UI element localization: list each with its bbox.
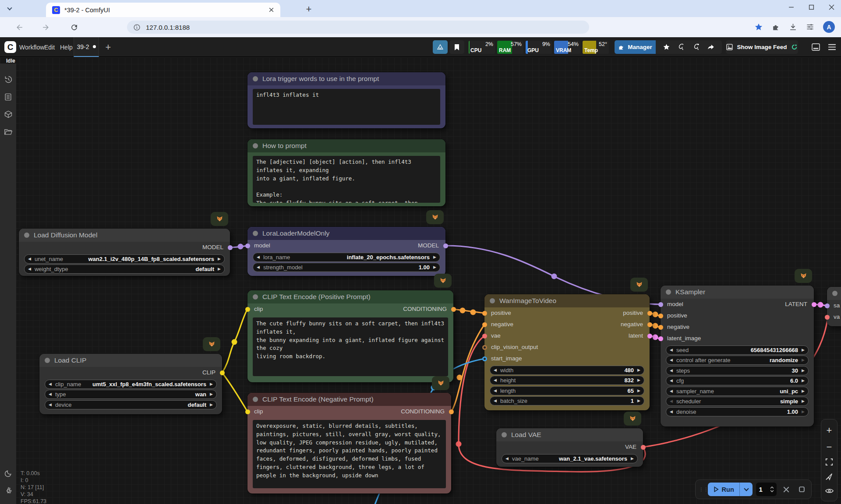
increment-arrow-icon[interactable]: ▶	[210, 403, 213, 407]
node-ksampler[interactable]: KSamplermodelLATENTpositivenegativelaten…	[661, 285, 814, 426]
widget-unet_name[interactable]: ◀unet_namewan2.1_i2v_480p_14B_fp8_scaled…	[24, 254, 225, 264]
decrement-icon[interactable]	[770, 490, 774, 492]
run-options-chevron-icon[interactable]	[739, 483, 753, 496]
widget-height[interactable]: ◀height832▶	[490, 376, 644, 385]
output-slot-negative[interactable]	[647, 322, 652, 327]
new-tab-button[interactable]: +	[302, 3, 315, 15]
tab-search-chevron-icon[interactable]	[4, 4, 15, 14]
output-slot-MODEL[interactable]	[443, 243, 448, 248]
widget-steps[interactable]: ◀steps30▶	[666, 366, 809, 375]
input-slot-clip_vision_output[interactable]	[482, 345, 487, 350]
collapse-dot-icon[interactable]	[45, 358, 50, 363]
decrement-arrow-icon[interactable]: ◀	[670, 389, 673, 393]
increment-arrow-icon[interactable]: ▶	[637, 378, 640, 382]
increment-arrow-icon[interactable]: ▶	[802, 379, 805, 383]
select-mode-button[interactable]	[825, 473, 833, 483]
decrement-arrow-icon[interactable]: ◀	[670, 369, 673, 373]
minimize-icon[interactable]	[785, 1, 797, 13]
menu-help[interactable]: Help	[60, 37, 73, 57]
maximize-icon[interactable]	[805, 1, 817, 13]
increment-icon[interactable]	[770, 486, 774, 489]
input-slot-clip[interactable]	[245, 307, 250, 312]
zoom-out-button[interactable]: −	[827, 441, 832, 453]
increment-arrow-icon[interactable]: ▶	[218, 267, 221, 271]
reload-icon[interactable]	[68, 21, 80, 33]
download-icon[interactable]	[789, 23, 797, 31]
increment-arrow-icon[interactable]: ▶	[433, 265, 436, 269]
decrement-arrow-icon[interactable]: ◀	[494, 368, 497, 372]
decrement-arrow-icon[interactable]: ◀	[28, 257, 31, 261]
menu-edit[interactable]: Edit	[44, 37, 55, 57]
collapse-dot-icon[interactable]	[490, 298, 495, 303]
widget-lora_name[interactable]: ◀lora_nameinflate_20_epochs.safetensors▶	[253, 253, 440, 262]
decrement-arrow-icon[interactable]: ◀	[28, 267, 31, 271]
comfyui-logo-icon[interactable]: C	[4, 41, 16, 53]
node-clip-text-encode-negative[interactable]: CLIP Text Encode (Negative Prompt)clipCO…	[247, 393, 451, 493]
zoom-in-button[interactable]: +	[827, 425, 832, 436]
decrement-arrow-icon[interactable]: ◀	[494, 378, 497, 382]
increment-arrow-icon[interactable]: ▶	[802, 410, 805, 414]
reroute-dot[interactable]	[653, 312, 658, 317]
decrement-arrow-icon[interactable]: ◀	[505, 457, 509, 461]
node-load-vae[interactable]: Load VAEVAE◀vae_namewan_2.1_vae.safetens…	[496, 428, 643, 467]
increment-arrow-icon[interactable]: ▶	[802, 399, 805, 403]
node-library-icon[interactable]	[0, 88, 16, 106]
settings-gear-icon[interactable]	[0, 482, 16, 500]
node-header[interactable]: CLIP Text Encode (Negative Prompt)	[247, 393, 451, 406]
decrement-arrow-icon[interactable]: ◀	[670, 348, 673, 352]
collapse-dot-icon[interactable]	[253, 294, 258, 300]
node-header[interactable]: Load Diffusion Model	[19, 229, 230, 242]
increment-arrow-icon[interactable]: ▶	[210, 392, 213, 396]
widget-denoise[interactable]: ◀denoise1.00▶	[666, 407, 809, 416]
history-icon[interactable]	[0, 70, 16, 88]
hamburger-menu-icon[interactable]	[824, 40, 839, 54]
node-header[interactable]: KSampler	[661, 285, 814, 299]
collapse-dot-icon[interactable]	[832, 291, 837, 296]
increment-arrow-icon[interactable]: ▶	[631, 457, 634, 461]
workflow-tab[interactable]: 39-2	[74, 37, 99, 57]
new-workflow-button[interactable]: +	[102, 37, 115, 57]
input-slot-va[interactable]	[825, 315, 830, 320]
input-slot-negative[interactable]	[658, 325, 663, 330]
prompt-textarea[interactable]: Overexposure, static, blurred details, s…	[253, 420, 446, 488]
widget-batch_size[interactable]: ◀batch_size1▶	[490, 396, 644, 405]
widget-strength_model[interactable]: ◀strength_model1.00▶	[253, 263, 440, 272]
output-slot-MODEL[interactable]	[228, 245, 233, 250]
node-vae-decode-partial[interactable]: sava	[827, 287, 841, 326]
workflows-folder-icon[interactable]	[0, 123, 16, 141]
close-icon[interactable]	[825, 1, 837, 13]
output-slot-latent[interactable]	[647, 334, 652, 338]
reroute-dot[interactable]	[470, 310, 476, 315]
star-icon[interactable]	[663, 43, 670, 51]
node-header[interactable]: Lora trigger words to use in the prompt	[247, 72, 445, 85]
decrement-arrow-icon[interactable]: ◀	[670, 379, 673, 383]
back-icon[interactable]	[13, 21, 25, 33]
decrement-arrow-icon[interactable]: ◀	[670, 410, 673, 414]
theme-moon-icon[interactable]	[0, 465, 16, 482]
menu-workflow[interactable]: Workflow	[19, 37, 44, 57]
widget-width[interactable]: ◀width480▶	[490, 366, 644, 375]
meter-temp[interactable]: 52°Temp	[583, 41, 609, 54]
node-load-clip[interactable]: Load CLIPCLIP◀clip_nameumt5_xxl_fp8_e4m3…	[39, 354, 222, 414]
collapse-dot-icon[interactable]	[253, 143, 258, 148]
node-note-how-to-prompt[interactable]: How to promptThe [adjective] [object] [a…	[247, 139, 445, 206]
bookmark-star-icon[interactable]	[754, 23, 763, 32]
widget-clip_name[interactable]: ◀clip_nameumt5_xxl_fp8_e4m3fn_scaled.saf…	[45, 380, 217, 389]
collapse-dot-icon[interactable]	[24, 233, 29, 238]
widget-cfg[interactable]: ◀cfg6.0▶	[666, 376, 809, 385]
increment-arrow-icon[interactable]: ▶	[802, 358, 805, 362]
input-slot-sa[interactable]	[825, 303, 830, 308]
node-note-lora-trigger[interactable]: Lora trigger words to use in the prompti…	[247, 72, 445, 128]
url-text[interactable]: 127.0.0.1:8188	[146, 24, 190, 31]
increment-arrow-icon[interactable]: ▶	[802, 348, 805, 352]
input-slot-start_image[interactable]	[482, 356, 487, 361]
widget-vae_name[interactable]: ◀vae_namewan_2.1_vae.safetensors▶	[502, 454, 638, 463]
input-slot-positive[interactable]	[482, 311, 487, 316]
increment-arrow-icon[interactable]: ▶	[433, 255, 436, 259]
note-textarea[interactable]: infl4t3 inflates it	[253, 89, 440, 125]
batch-count-stepper[interactable]: 1	[756, 483, 777, 496]
collapse-dot-icon[interactable]	[253, 76, 258, 81]
node-header[interactable]: CLIP Text Encode (Positive Prompt)	[247, 290, 453, 303]
graph-canvas[interactable]: Idle Lora trigger words to use in the pr…	[0, 57, 841, 504]
input-slot-latent_image[interactable]	[658, 336, 663, 341]
